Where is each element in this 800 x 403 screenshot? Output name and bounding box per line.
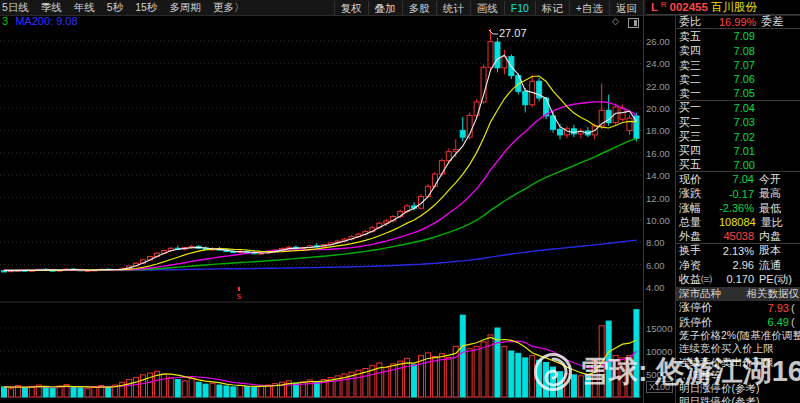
order-price: 7.03 bbox=[719, 116, 800, 128]
info-row: 换手2.13%股本 bbox=[676, 244, 800, 258]
info-label: 净资 bbox=[679, 258, 719, 272]
limit-suffix: ( bbox=[791, 316, 800, 328]
price-axis-label: 26.00 bbox=[646, 36, 670, 47]
order-level-label: 买五 bbox=[679, 158, 719, 172]
info-label: 现价 bbox=[679, 172, 719, 186]
order-price: 7.04 bbox=[719, 102, 800, 114]
price-axis-label: 4.00 bbox=[646, 282, 665, 293]
info-label: 外盘 bbox=[679, 229, 719, 243]
price-axis-label: 8.00 bbox=[646, 237, 665, 248]
order-price: 7.08 bbox=[719, 45, 800, 57]
order-book-row: 买五7.00 bbox=[676, 158, 800, 172]
info-row: 总量108084量比 bbox=[676, 215, 800, 229]
info-value: -0.17 bbox=[719, 188, 754, 200]
order-book-row: 买二7.03 bbox=[676, 115, 800, 129]
info-label2: PE(动) bbox=[754, 272, 800, 286]
info-label2: 流通 bbox=[754, 258, 800, 272]
order-book-row: 卖三7.07 bbox=[676, 58, 800, 72]
info-label: 换手 bbox=[679, 244, 719, 258]
order-price: 7.09 bbox=[719, 30, 800, 42]
weicha-label: 委差 bbox=[756, 15, 800, 29]
price-axis-label: 16.00 bbox=[646, 148, 670, 159]
order-book-row: 买四7.01 bbox=[676, 144, 800, 158]
info-label2: 内盘 bbox=[754, 229, 800, 243]
order-price: 7.06 bbox=[719, 73, 800, 85]
peak-annotation: 27.07 bbox=[499, 27, 527, 39]
price-axis-label: 22.00 bbox=[646, 81, 670, 92]
price-axis-label: 24.00 bbox=[646, 58, 670, 69]
limit-suffix: ( bbox=[791, 302, 800, 314]
order-book-row: 买三7.02 bbox=[676, 129, 800, 143]
price-axis-label: 18.00 bbox=[646, 125, 670, 136]
order-price: 7.00 bbox=[719, 159, 800, 171]
limit-price-row: 跌停价6.49( bbox=[676, 315, 800, 329]
limit-value: 7.93 bbox=[719, 302, 791, 314]
info-label: 涨幅 bbox=[679, 201, 719, 215]
info-value: 0.170 bbox=[719, 273, 754, 285]
order-book-row: 卖一7.05 bbox=[676, 86, 800, 100]
info-label2: 股本 bbox=[754, 244, 800, 258]
order-book-row: 卖二7.06 bbox=[676, 72, 800, 86]
order-level-label: 买二 bbox=[679, 115, 719, 129]
info-label: 总量 bbox=[679, 215, 719, 229]
chart-axis-divider bbox=[643, 0, 644, 403]
order-book-row: 卖四7.08 bbox=[676, 44, 800, 58]
weibi-row: 委比16.99%委差 bbox=[676, 15, 800, 29]
order-price: 7.07 bbox=[719, 59, 800, 71]
info-row: 净资2.96流通 bbox=[676, 258, 800, 272]
watermark-text: 雪球: 悠游江湖168 bbox=[580, 352, 800, 392]
limit-label: 跌停价 bbox=[679, 315, 719, 329]
info-label2: 量比 bbox=[756, 215, 800, 229]
weibi-label: 委比 bbox=[679, 15, 719, 29]
price-axis-label: 10.00 bbox=[646, 215, 670, 226]
info-row: 现价7.04今开 bbox=[676, 172, 800, 186]
info-row: 外盘45038内盘 bbox=[676, 229, 800, 243]
section-note: 相关数据仅 bbox=[747, 287, 800, 301]
quote-panel: 委比16.99%委差卖五7.09卖四7.08卖三7.07卖二7.06卖一7.05… bbox=[676, 15, 800, 403]
weibi-value: 16.99% bbox=[719, 16, 756, 28]
info-label: 涨跌 bbox=[679, 187, 719, 201]
price-axis-label: 6.00 bbox=[646, 260, 665, 271]
info-value: -2.36% bbox=[719, 202, 754, 214]
order-level-label: 买四 bbox=[679, 144, 719, 158]
info-value: 7.04 bbox=[719, 173, 754, 185]
order-price: 7.01 bbox=[719, 145, 800, 157]
price-axis-label: 14.00 bbox=[646, 170, 670, 181]
order-price: 7.05 bbox=[719, 87, 800, 99]
info-label2: 最低 bbox=[754, 201, 800, 215]
order-level-label: 买一 bbox=[679, 101, 719, 115]
info-value: 108084 bbox=[719, 216, 756, 228]
sell-marker: s bbox=[234, 287, 244, 300]
order-level-label: 卖五 bbox=[679, 29, 719, 43]
info-row: 涨跌-0.17最高 bbox=[676, 187, 800, 201]
info-value: 2.13% bbox=[719, 245, 754, 257]
info-row: 涨幅-2.36%最低 bbox=[676, 201, 800, 215]
order-level-label: 卖二 bbox=[679, 72, 719, 86]
info-row: 收益㈢0.170PE(动) bbox=[676, 272, 800, 286]
info-label2: 最高 bbox=[754, 187, 800, 201]
info-value: 45038 bbox=[719, 230, 754, 242]
order-price: 7.02 bbox=[719, 131, 800, 143]
order-book-row: 买一7.04 bbox=[676, 101, 800, 115]
limit-price-row: 涨停价7.93( bbox=[676, 301, 800, 315]
app-root: 5日线季线年线5秒15秒多周期更多〉 复权叠加多股统计画线F10标记+自选返回 … bbox=[0, 0, 800, 403]
order-level-label: 卖一 bbox=[679, 86, 719, 100]
limit-label: 涨停价 bbox=[679, 301, 719, 315]
notice-row: 明日跌停价(参考) bbox=[676, 395, 800, 403]
order-book-row: 卖五7.09 bbox=[676, 29, 800, 43]
order-level-label: 卖四 bbox=[679, 44, 719, 58]
info-label2: 今开 bbox=[754, 172, 800, 186]
info-label: 收益㈢ bbox=[679, 272, 719, 286]
market-section-row: 深市品种相关数据仅 bbox=[676, 287, 800, 301]
order-level-label: 买三 bbox=[679, 129, 719, 143]
price-axis-label: 20.00 bbox=[646, 103, 670, 114]
limit-value: 6.49 bbox=[719, 316, 791, 328]
market-type-label: 深市品种 bbox=[679, 287, 721, 301]
notice-row: 笼子价格2%(随基准价调整)参 bbox=[676, 329, 800, 342]
watermark: 雪球: 悠游江湖168 bbox=[532, 351, 800, 393]
price-axis-label: 12.00 bbox=[646, 193, 670, 204]
order-level-label: 卖三 bbox=[679, 58, 719, 72]
volume-axis-label: 15000 bbox=[646, 323, 672, 334]
info-value: 2.96 bbox=[719, 259, 754, 271]
xueqiu-logo-icon bbox=[532, 351, 574, 393]
